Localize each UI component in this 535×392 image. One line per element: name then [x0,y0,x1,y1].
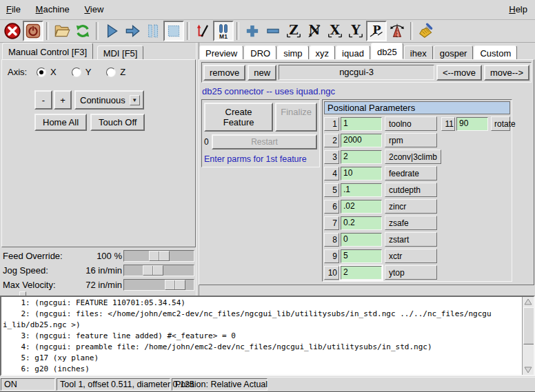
max-velocity-value: 72 in/min [65,280,122,290]
param-entry[interactable]: 0.2 [341,216,382,230]
feature-hint: Enter parms for 1st feature [204,154,317,164]
param-entry[interactable]: 10 [341,167,382,180]
machine-state-cell: ON [1,378,55,391]
jog-speed-row: Jog Speed: 16 in/min [0,264,197,277]
finalize-button[interactable]: Finalize [275,103,317,132]
menu-machine[interactable]: Machine [30,0,76,19]
machine-power-button[interactable] [23,21,43,41]
touch-off-button[interactable]: Touch Off [90,114,145,131]
create-feature-button[interactable]: Create Feature [204,103,273,132]
param-entry[interactable]: .1 [341,183,382,197]
scroll-up-arrow[interactable] [523,297,533,307]
view-z-rotated-button[interactable]: N [304,21,325,41]
optional-stop-icon: M1 [215,23,232,39]
feed-override-slider-thumb[interactable] [149,251,170,261]
pause-button[interactable] [143,21,163,41]
param-entry[interactable]: 2000 [341,134,382,147]
radio-z-icon [106,68,116,77]
axis-radio-x[interactable]: X [37,67,57,77]
run-step-button[interactable] [122,21,143,41]
param-number: 8 [324,233,339,247]
feed-override-slider[interactable] [123,250,194,262]
param-entry[interactable]: 90 [456,117,488,131]
console-scrollbar[interactable] [522,297,534,375]
menu-view[interactable]: View [78,0,110,19]
tab-ihex[interactable]: ihex [404,45,433,61]
tab-preview[interactable]: Preview [199,45,243,61]
tab-gosper[interactable]: gosper [434,45,474,61]
menubar: File Machine View Help [0,0,535,20]
tabname-entry[interactable]: ngcgui-3 [279,65,434,80]
clear-plot-icon [417,22,435,40]
view-y-button[interactable]: Y [345,21,366,41]
tab-mdi[interactable]: MDI [F5] [97,45,144,61]
max-velocity-slider-thumb[interactable] [165,280,185,290]
param-entry[interactable]: 2 [341,266,382,280]
message-log[interactable]: 1: (ngcgui: FEATURE 110701:05.34.54) 2: … [0,296,535,376]
console-scrollbar-thumb[interactable] [523,307,534,344]
max-velocity-slider[interactable] [123,279,194,291]
clear-plot-button[interactable] [416,21,436,41]
move-right-button[interactable]: move--> [484,65,529,81]
param-row: 1 1 toolno 11 90 rotate [324,116,510,131]
new-button[interactable]: new [248,65,276,81]
param-entry[interactable]: 1 [341,117,382,131]
block-delete-button[interactable] [192,21,213,41]
jog-mode-dropdown[interactable]: Continuous ▼ [74,90,144,110]
tab-custom[interactable]: Custom [474,45,517,61]
param-number: 5 [324,183,339,197]
tab-db25[interactable]: db25 [371,43,403,59]
reload-button[interactable] [72,21,93,41]
param-name: 2conv|3climb [385,149,441,164]
tab-manual-control[interactable]: Manual Control [F3] [2,43,93,59]
tab-xyz[interactable]: xyz [310,45,336,61]
block-delete-icon [194,22,212,40]
svg-text:P: P [372,23,381,37]
tab-simp[interactable]: simp [277,45,308,61]
axis-radio-z[interactable]: Z [106,67,125,77]
jog-speed-slider-thumb[interactable] [143,265,163,276]
view-p-button[interactable]: P [366,21,387,41]
tab-dro[interactable]: DRO [244,45,276,61]
jog-speed-slider[interactable] [123,265,194,276]
jog-minus-button[interactable]: - [34,90,52,110]
menu-file[interactable]: File [0,0,27,19]
param-name: zstart [385,232,437,247]
param-entry[interactable]: 5 [341,249,382,263]
optional-stop-button[interactable]: M1 [213,21,234,41]
feed-override-row: Feed Override: 100 % [0,249,197,262]
rotate-view-button[interactable] [387,21,407,41]
param-entry[interactable]: 2 [341,150,382,164]
param-entry[interactable]: 0 [341,233,382,247]
max-velocity-row: Max Velocity: 72 in/min [0,278,197,291]
restart-button[interactable]: Restart [212,134,317,149]
menu-help[interactable]: Help [503,0,534,19]
estop-button[interactable] [2,21,23,41]
open-file-button[interactable] [52,21,72,41]
remove-button[interactable]: remove [203,65,245,81]
zoom-in-button[interactable] [242,21,263,41]
tab-iquad[interactable]: iquad [336,45,370,61]
axis-label: Axis: [8,67,37,77]
toolbar: M1 Z N [0,20,535,43]
run-button[interactable] [101,21,122,41]
axis-radio-y[interactable]: Y [72,67,92,77]
stop-button[interactable] [163,21,184,41]
view-z-button[interactable]: Z [283,21,304,41]
param-entry[interactable]: .02 [341,200,382,214]
param-row: 10 2 ytop [324,265,510,280]
view-x-button[interactable]: X [325,21,345,41]
jog-plus-button[interactable]: + [54,90,72,110]
axis-window: File Machine View Help [0,0,535,392]
zoom-out-button[interactable] [263,21,283,41]
toolbar-separator [410,22,413,40]
feature-count: 0 [204,137,212,147]
stop-icon [165,22,183,40]
scroll-down-arrow[interactable] [523,365,533,375]
axis-z-label: Z [120,67,125,77]
tool-info-cell: Tool 1, offset 0.511, diameter 0.125 [57,378,170,391]
param-row: 7 0.2 zsafe [324,216,510,230]
move-left-button[interactable]: <--move [436,65,482,81]
home-all-button[interactable]: Home All [34,114,87,131]
view-y-icon: Y [347,22,365,40]
